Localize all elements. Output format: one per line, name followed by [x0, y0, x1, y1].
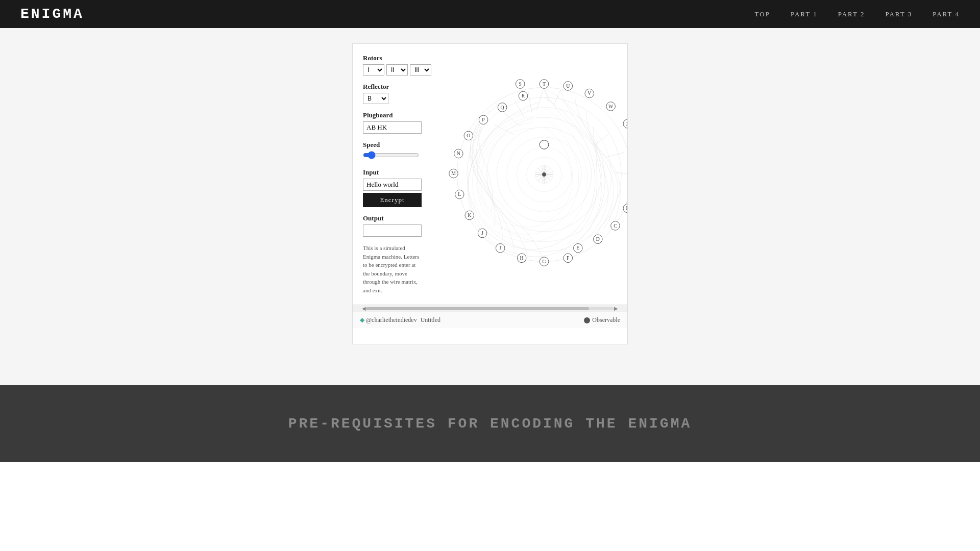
svg-point-27 — [540, 140, 549, 149]
widget-footer: ◆ @charlietheindiedev Untitled Observabl… — [353, 312, 627, 328]
svg-text:Q: Q — [501, 104, 504, 110]
svg-text:F: F — [567, 255, 570, 261]
svg-text:B: B — [626, 205, 628, 211]
svg-text:T: T — [543, 81, 546, 86]
plugboard-group: Plugboard — [363, 111, 445, 134]
widget-wrapper: Rotors I II III IV V I II — [352, 43, 628, 385]
bottom-title: PRE-REQUISITES FOR ENCODING THE ENIGMA — [10, 416, 970, 432]
rotors-group: Rotors I II III IV V I II — [363, 54, 445, 76]
output-group: Output — [363, 214, 445, 237]
bottom-section: PRE-REQUISITES FOR ENCODING THE ENIGMA — [0, 385, 980, 462]
description-text: This is a simulated Enigma machine. Lett… — [363, 244, 422, 294]
svg-text:H: H — [520, 255, 524, 261]
svg-text:P: P — [482, 116, 485, 122]
author-info: ◆ @charlietheindiedev Untitled — [360, 316, 440, 324]
nav-part3[interactable]: PART 3 — [885, 10, 912, 18]
plugboard-input[interactable] — [363, 121, 422, 134]
enigma-diagram: T U V W X — [445, 54, 628, 294]
rotor3-select[interactable]: I II III IV V — [410, 64, 431, 76]
notebook-name: Untitled — [421, 316, 440, 323]
svg-line-14 — [503, 111, 518, 124]
author-name: @charlietheindiedev — [366, 316, 417, 323]
svg-text:E: E — [576, 245, 579, 251]
svg-text:O: O — [467, 133, 470, 138]
svg-text:S: S — [519, 81, 521, 86]
svg-text:M: M — [451, 170, 456, 176]
input-field[interactable] — [363, 179, 422, 191]
observable-branding: Observable — [584, 316, 620, 324]
nav-top[interactable]: TOP — [755, 10, 770, 18]
widget-container: Rotors I II III IV V I II — [352, 43, 628, 344]
nav-part1[interactable]: PART 1 — [791, 10, 818, 18]
logo: ENIGMA — [20, 6, 84, 22]
svg-text:W: W — [608, 103, 614, 109]
nav-part2[interactable]: PART 2 — [838, 10, 865, 18]
svg-text:J: J — [481, 230, 483, 236]
output-field — [363, 224, 422, 237]
scrollbar-thumb — [366, 307, 589, 310]
svg-text:R: R — [522, 93, 525, 98]
svg-text:G: G — [542, 258, 546, 264]
input-label: Input — [363, 168, 445, 177]
scrollbar-track[interactable] — [366, 307, 614, 310]
svg-text:U: U — [566, 83, 570, 88]
reflector-select[interactable]: A B C — [363, 93, 388, 104]
svg-line-11 — [536, 87, 544, 110]
svg-text:D: D — [596, 236, 600, 241]
observable-label: Observable — [592, 316, 620, 324]
observable-icon — [584, 317, 590, 323]
rotors-row: I II III IV V I II III IV — [363, 64, 445, 76]
controls-panel: Rotors I II III IV V I II — [363, 54, 445, 294]
widget-inner: Rotors I II III IV V I II — [353, 44, 627, 305]
svg-line-17 — [606, 153, 624, 157]
svg-text:X: X — [626, 120, 628, 126]
svg-text:N: N — [457, 151, 460, 156]
input-group: Input Encrypt — [363, 168, 445, 207]
main-content: Rotors I II III IV V I II — [0, 28, 980, 385]
svg-line-16 — [614, 172, 628, 174]
encrypt-button[interactable]: Encrypt — [363, 193, 422, 207]
svg-text:K: K — [468, 212, 471, 218]
speed-label: Speed — [363, 141, 445, 149]
header: ENIGMA TOP PART 1 PART 2 PART 3 PART 4 — [0, 0, 980, 28]
rotor2-select[interactable]: I II III IV V — [386, 64, 408, 76]
rotor1-select[interactable]: I II III IV V — [363, 64, 384, 76]
scroll-right-arrow[interactable]: ▶ — [614, 306, 618, 311]
author-icon: ◆ — [360, 316, 364, 323]
enigma-wheel-svg: T U V W X — [445, 75, 628, 274]
svg-text:C: C — [614, 222, 617, 228]
reflector-group: Reflector A B C — [363, 83, 445, 104]
scrollbar-area: ◀ ▶ — [353, 305, 627, 312]
main-nav: TOP PART 1 PART 2 PART 3 PART 4 — [755, 10, 960, 18]
plugboard-label: Plugboard — [363, 111, 445, 119]
svg-text:I: I — [500, 245, 501, 251]
svg-text:L: L — [458, 191, 461, 197]
svg-line-10 — [554, 90, 561, 105]
svg-text:V: V — [587, 90, 591, 96]
center-dot — [542, 172, 546, 177]
scroll-left-arrow[interactable]: ◀ — [362, 306, 366, 311]
output-label: Output — [363, 214, 445, 222]
rotors-label: Rotors — [363, 54, 445, 62]
reflector-label: Reflector — [363, 83, 445, 91]
nav-part4[interactable]: PART 4 — [933, 10, 960, 18]
speed-group: Speed — [363, 141, 445, 161]
speed-slider[interactable] — [363, 151, 419, 159]
